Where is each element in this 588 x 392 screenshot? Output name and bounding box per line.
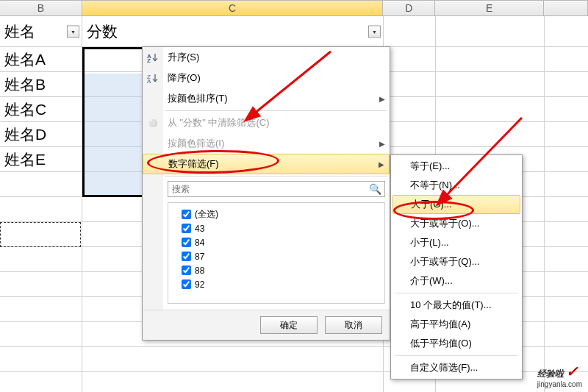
name-cell[interactable]: 姓名D [0,122,82,146]
cell[interactable] [384,97,436,121]
check-item[interactable]: 88 [173,263,380,277]
col-header-d[interactable]: D [383,0,435,16]
name-cell[interactable]: 姓名B [0,72,82,96]
sort-asc-icon: AZ [146,51,159,64]
cell[interactable] [82,347,384,371]
checkbox[interactable] [182,266,191,275]
menu-label: 按颜色排序(T) [168,92,228,105]
submenu-arrow-icon: ▶ [379,160,384,168]
col-header-f[interactable] [544,0,588,16]
col-header-c[interactable]: C [82,0,383,16]
funnel-clear-icon: ⚪ [146,116,159,129]
cell[interactable] [436,16,545,46]
filter-button-score[interactable]: ▼ [368,25,381,38]
col-header-b[interactable]: B [0,0,82,16]
check-item[interactable]: 92 [173,277,380,291]
submenu-separator [395,293,517,293]
column-headers: B C D E [0,0,588,16]
cell-text: 姓名B [4,74,46,95]
checkbox[interactable] [182,238,191,247]
menu-sort-desc[interactable]: ZA 降序(O) [143,68,390,88]
check-item[interactable]: 84 [173,235,380,249]
cell[interactable] [384,16,436,46]
sub-below-avg[interactable]: 低于平均值(O) [392,334,520,353]
sub-not-equals[interactable]: 不等于(N)... [392,176,520,195]
filter-checklist[interactable]: (全选) 43 84 87 88 92 [168,202,385,304]
menu-label: 降序(O) [168,71,201,85]
header-score-label: 分数 [87,21,118,42]
header-name-cell[interactable]: 姓名 ▼ [0,16,82,46]
menu-label: 按颜色筛选(I) [168,137,224,150]
cell[interactable] [436,47,545,71]
sort-desc-icon: ZA [146,71,159,85]
cell[interactable] [436,97,545,121]
checkbox[interactable] [182,224,191,233]
cell[interactable] [0,272,82,296]
submenu-separator [395,355,517,356]
ok-button[interactable]: 确定 [260,316,318,334]
check-label: 43 [195,224,204,234]
svg-text:Z: Z [147,57,151,63]
check-item[interactable]: 43 [173,221,380,235]
search-icon: 🔍 [369,183,381,195]
check-label: 87 [195,252,204,262]
check-label: 84 [195,238,204,248]
sub-gte[interactable]: 大于或等于(O)... [392,214,520,233]
menu-label: 数字筛选(F) [168,157,219,171]
menu-sort-asc[interactable]: AZ 升序(S) [143,47,390,68]
checkbox[interactable] [182,279,191,289]
cell[interactable] [0,297,82,321]
filter-search-row: 🔍 [143,178,390,200]
cell-text: 姓名D [4,124,46,145]
sub-less-than[interactable]: 小于(L)... [392,233,520,252]
header-name-label: 姓名 [4,21,35,42]
sub-between[interactable]: 介于(W)... [392,271,520,291]
check-label: 92 [195,279,204,290]
menu-label: 从 "分数" 中清除筛选(C) [168,116,270,129]
cell[interactable] [384,72,436,96]
checkbox[interactable] [182,210,191,219]
name-cell[interactable]: 姓名C [0,97,82,121]
filter-dropdown-menu: AZ 升序(S) ZA 降序(O) 按颜色排序(T) ▶ ⚪ 从 "分数" 中清… [142,46,390,341]
cell[interactable] [0,322,82,346]
cell[interactable] [0,197,82,221]
marquee-selection [0,222,81,247]
cancel-button[interactable]: 取消 [325,316,382,334]
header-score-cell[interactable]: 分数 ▼ [82,16,384,46]
sub-above-avg[interactable]: 高于平均值(A) [392,315,520,334]
name-cell[interactable]: 姓名E [0,147,82,171]
cell[interactable] [436,72,545,96]
number-filter-submenu: 等于(E)... 不等于(N)... 大于(G)... 大于或等于(O)... … [390,154,523,379]
cell[interactable] [0,347,82,371]
checkbox[interactable] [182,252,191,261]
sub-custom[interactable]: 自定义筛选(F)... [392,358,520,377]
cell[interactable] [384,122,436,146]
cell[interactable] [436,122,545,146]
watermark: 经验啦 ✓ jingyanla.com [537,363,582,388]
sub-equals[interactable]: 等于(E)... [392,157,520,176]
menu-sort-color[interactable]: 按颜色排序(T) ▶ [143,88,390,109]
cell[interactable] [0,247,82,271]
watermark-url: jingyanla.com [537,380,582,388]
sub-greater-than[interactable]: 大于(G)... [392,195,520,214]
menu-clear-filter: ⚪ 从 "分数" 中清除筛选(C) [143,113,390,133]
check-item[interactable]: 87 [173,249,380,263]
filter-search-input[interactable] [168,181,385,197]
menu-separator [165,176,387,177]
svg-text:A: A [147,78,151,84]
submenu-arrow-icon: ▶ [379,95,385,103]
name-cell[interactable]: 姓名A [0,47,82,71]
check-icon: ✓ [566,363,578,379]
sub-top10[interactable]: 10 个最大的值(T)... [392,296,520,315]
menu-number-filter[interactable]: 数字筛选(F) ▶ [143,154,390,174]
cell[interactable] [82,372,384,392]
cell-text: 姓名C [4,99,46,120]
check-item-all[interactable]: (全选) [173,207,380,221]
filter-button-name[interactable]: ▼ [67,25,79,38]
menu-label: 升序(S) [168,51,199,64]
cell[interactable] [384,47,436,71]
sub-lte[interactable]: 小于或等于(Q)... [392,252,520,271]
col-header-e[interactable]: E [435,0,544,16]
cell[interactable] [0,172,82,196]
cell[interactable] [0,372,82,392]
